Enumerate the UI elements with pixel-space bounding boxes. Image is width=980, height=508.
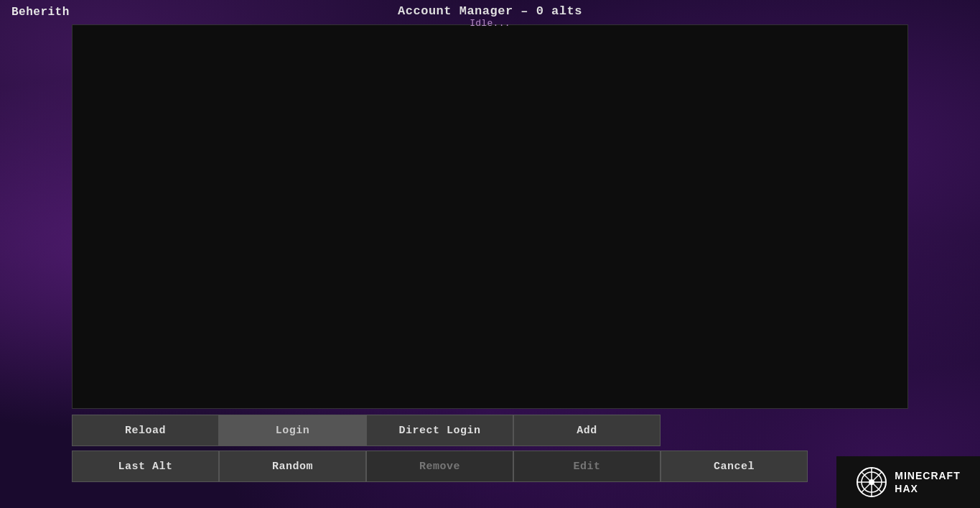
direct-login-button[interactable]: Direct Login: [366, 415, 513, 446]
edit-button[interactable]: Edit: [513, 451, 661, 482]
cancel-button[interactable]: Cancel: [661, 451, 808, 482]
buttons-row-1: Reload Login Direct Login Add: [72, 415, 908, 446]
logo-area: MINECRAFT HAX: [836, 456, 980, 508]
header: Beherith Account Manager – 0 alts Idle..…: [0, 0, 980, 22]
logo-text-line1: MINECRAFT: [895, 469, 960, 482]
buttons-row-2: Last Alt Random Remove Edit Cancel: [72, 451, 908, 482]
add-button[interactable]: Add: [513, 415, 661, 446]
app-name: Beherith: [11, 6, 70, 19]
last-alt-button[interactable]: Last Alt: [72, 451, 219, 482]
minecraft-hax-logo-icon: [856, 466, 887, 498]
title-center: Account Manager – 0 alts Idle...: [398, 4, 582, 29]
buttons-area: Reload Login Direct Login Add Last Alt R…: [72, 415, 908, 482]
login-button[interactable]: Login: [219, 415, 366, 446]
logo-text-line2: HAX: [895, 482, 960, 495]
reload-button[interactable]: Reload: [72, 415, 219, 446]
account-list: [72, 24, 908, 409]
random-button[interactable]: Random: [219, 451, 366, 482]
logo-text-block: MINECRAFT HAX: [895, 469, 960, 495]
status-text: Idle...: [470, 18, 510, 29]
main-title: Account Manager – 0 alts: [398, 4, 582, 18]
remove-button[interactable]: Remove: [366, 451, 513, 482]
